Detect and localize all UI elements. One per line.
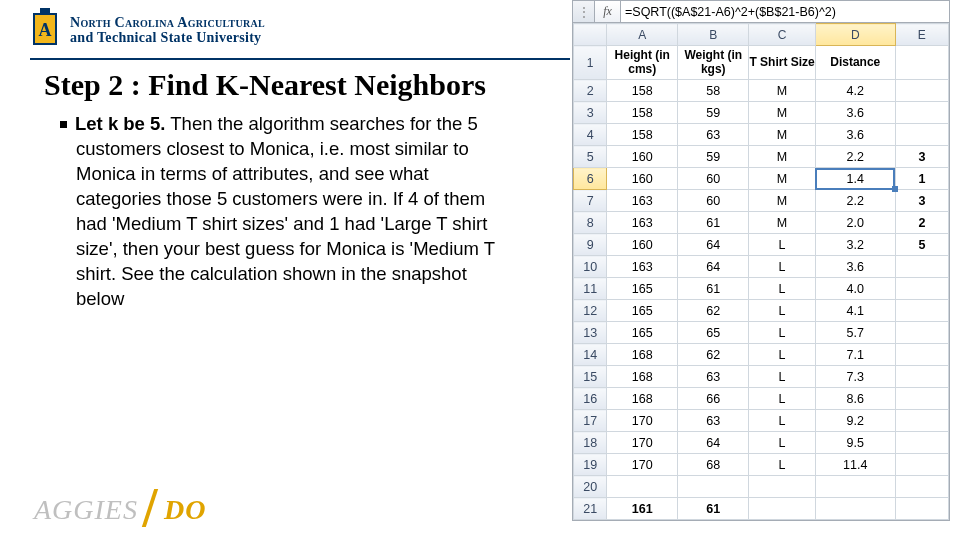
cell-b[interactable]: 65 [678, 322, 749, 344]
row-header[interactable]: 18 [574, 432, 607, 454]
row-header[interactable]: 14 [574, 344, 607, 366]
cell-a[interactable] [607, 476, 678, 498]
cell-e[interactable]: 5 [895, 234, 948, 256]
cell-a[interactable]: 168 [607, 366, 678, 388]
cell-a[interactable]: 165 [607, 322, 678, 344]
cell-b[interactable]: 64 [678, 432, 749, 454]
cell-d[interactable]: 3.2 [815, 234, 895, 256]
select-all-corner[interactable] [574, 24, 607, 46]
cell-a[interactable]: 168 [607, 344, 678, 366]
cell-b[interactable]: 63 [678, 410, 749, 432]
cell-a[interactable]: 158 [607, 124, 678, 146]
row-header[interactable]: 3 [574, 102, 607, 124]
cell-c[interactable]: L [749, 300, 816, 322]
cell-d[interactable]: 1.4 [815, 168, 895, 190]
cell-c[interactable]: L [749, 322, 816, 344]
cell-e[interactable] [895, 300, 948, 322]
cell-b[interactable]: 61 [678, 498, 749, 520]
cell-c[interactable]: L [749, 256, 816, 278]
cell-a[interactable]: 170 [607, 454, 678, 476]
cell-a[interactable]: 165 [607, 300, 678, 322]
cell-e[interactable]: 1 [895, 168, 948, 190]
cell-e[interactable] [895, 322, 948, 344]
cell-e[interactable] [895, 454, 948, 476]
cell-b[interactable]: 61 [678, 278, 749, 300]
cell-e[interactable] [895, 80, 948, 102]
formula-input[interactable]: =SQRT(($A$21-A6)^2+($B$21-B6)^2) [621, 1, 949, 22]
cell-d[interactable]: 7.1 [815, 344, 895, 366]
cell-b[interactable]: 58 [678, 80, 749, 102]
cell-b[interactable]: 59 [678, 102, 749, 124]
row-header[interactable]: 13 [574, 322, 607, 344]
row-header[interactable]: 19 [574, 454, 607, 476]
cell-b[interactable]: 61 [678, 212, 749, 234]
cell-d[interactable]: 4.1 [815, 300, 895, 322]
cell-a[interactable]: 170 [607, 432, 678, 454]
cell-a[interactable]: 163 [607, 212, 678, 234]
cell-b[interactable]: 62 [678, 300, 749, 322]
cell-a[interactable]: 158 [607, 102, 678, 124]
row-header[interactable]: 8 [574, 212, 607, 234]
cell-b[interactable]: 63 [678, 366, 749, 388]
cell-d[interactable]: 5.7 [815, 322, 895, 344]
cell-d[interactable]: 9.5 [815, 432, 895, 454]
cell-d[interactable] [815, 476, 895, 498]
cell-e[interactable] [895, 498, 948, 520]
cell-d[interactable]: 2.0 [815, 212, 895, 234]
cell-a[interactable]: 170 [607, 410, 678, 432]
cell-e[interactable] [895, 388, 948, 410]
cell-d[interactable]: 4.0 [815, 278, 895, 300]
cell-d[interactable]: 9.2 [815, 410, 895, 432]
cell-d[interactable]: 3.6 [815, 124, 895, 146]
cell-b[interactable] [678, 476, 749, 498]
row-header[interactable]: 15 [574, 366, 607, 388]
cell-c[interactable]: M [749, 212, 816, 234]
cell-b[interactable]: 62 [678, 344, 749, 366]
row-header[interactable]: 21 [574, 498, 607, 520]
row-header[interactable]: 9 [574, 234, 607, 256]
cell-d[interactable]: 3.6 [815, 102, 895, 124]
col-header-a[interactable]: A [607, 24, 678, 46]
cell-d[interactable]: 7.3 [815, 366, 895, 388]
cell-d[interactable]: 2.2 [815, 146, 895, 168]
cell-c[interactable]: L [749, 410, 816, 432]
cell-e[interactable] [895, 410, 948, 432]
cell-b[interactable]: 66 [678, 388, 749, 410]
cell-e[interactable]: 3 [895, 146, 948, 168]
row-header[interactable]: 2 [574, 80, 607, 102]
cell-e[interactable] [895, 256, 948, 278]
cell-c[interactable]: L [749, 234, 816, 256]
cell-d[interactable]: 2.2 [815, 190, 895, 212]
row-header[interactable]: 10 [574, 256, 607, 278]
cell-a[interactable]: 168 [607, 388, 678, 410]
col-header-b[interactable]: B [678, 24, 749, 46]
cell-c[interactable]: L [749, 432, 816, 454]
cell-a[interactable]: 165 [607, 278, 678, 300]
row-header[interactable]: 16 [574, 388, 607, 410]
cell-c[interactable]: L [749, 366, 816, 388]
col-header-e[interactable]: E [895, 24, 948, 46]
cell-b[interactable]: 59 [678, 146, 749, 168]
cell-a[interactable]: 163 [607, 256, 678, 278]
cell-e[interactable] [895, 124, 948, 146]
cell-c[interactable]: M [749, 190, 816, 212]
cell-a[interactable]: 161 [607, 498, 678, 520]
cell-a[interactable]: 160 [607, 234, 678, 256]
cell-c[interactable]: L [749, 388, 816, 410]
row-header[interactable]: 20 [574, 476, 607, 498]
cell-c[interactable]: M [749, 146, 816, 168]
cell-b[interactable]: 63 [678, 124, 749, 146]
cell-c[interactable] [749, 476, 816, 498]
cell-e[interactable] [895, 432, 948, 454]
cell-e[interactable] [895, 278, 948, 300]
cell-d[interactable] [815, 498, 895, 520]
cell-b[interactable]: 68 [678, 454, 749, 476]
cell-d[interactable]: 8.6 [815, 388, 895, 410]
row-header[interactable]: 17 [574, 410, 607, 432]
cell-c[interactable]: L [749, 278, 816, 300]
cell-c[interactable] [749, 498, 816, 520]
cell-e[interactable] [895, 366, 948, 388]
col-header-d[interactable]: D [815, 24, 895, 46]
cell-c[interactable]: M [749, 80, 816, 102]
cell-d[interactable]: 3.6 [815, 256, 895, 278]
